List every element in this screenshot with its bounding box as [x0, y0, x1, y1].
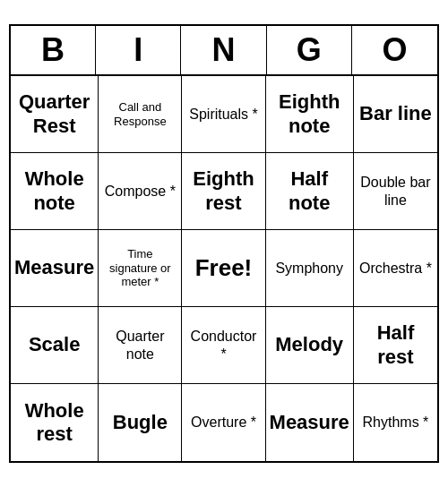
cell-text: Quarter note: [102, 328, 177, 362]
cell-text: Eighth note: [270, 90, 349, 138]
bingo-cell-23: Measure: [266, 384, 354, 461]
bingo-cell-4: Bar line: [354, 76, 437, 153]
cell-text: Quarter Rest: [14, 90, 94, 138]
cell-text: Compose *: [105, 183, 176, 200]
cell-text: Orchestra *: [359, 260, 432, 277]
bingo-cell-18: Melody: [266, 307, 354, 384]
bingo-cell-2: Spirituals *: [182, 76, 265, 153]
bingo-cell-22: Overture *: [182, 384, 265, 461]
header-letter: N: [181, 26, 266, 74]
bingo-cell-21: Bugle: [99, 384, 182, 461]
header-letter: G: [267, 26, 352, 74]
bingo-grid: Quarter RestCall and ResponseSpirituals …: [11, 76, 437, 461]
cell-text: Half rest: [358, 321, 434, 369]
bingo-cell-16: Quarter note: [99, 307, 182, 384]
cell-text: Spirituals *: [189, 106, 257, 123]
cell-text: Call and Response: [102, 100, 177, 128]
bingo-cell-19: Half rest: [354, 307, 437, 384]
cell-text: Overture *: [191, 414, 256, 431]
bingo-cell-6: Compose *: [99, 153, 182, 230]
bingo-card: BINGO Quarter RestCall and ResponseSpiri…: [9, 24, 439, 463]
bingo-cell-5: Whole note: [11, 153, 99, 230]
cell-text: Measure: [270, 411, 349, 434]
bingo-cell-13: Symphony: [266, 230, 354, 307]
bingo-cell-7: Eighth rest: [182, 153, 265, 230]
bingo-cell-12: Free!: [182, 230, 265, 307]
bingo-header: BINGO: [11, 26, 437, 76]
bingo-cell-10: Measure: [11, 230, 99, 307]
cell-text: Free!: [195, 254, 253, 282]
bingo-cell-3: Eighth note: [266, 76, 354, 153]
cell-text: Melody: [275, 333, 343, 356]
header-letter: O: [352, 26, 437, 74]
bingo-cell-14: Orchestra *: [354, 230, 437, 307]
bingo-cell-11: Time signature or meter *: [99, 230, 182, 307]
cell-text: Double bar line: [358, 174, 434, 208]
bingo-cell-0: Quarter Rest: [11, 76, 99, 153]
bingo-cell-8: Half note: [266, 153, 354, 230]
cell-text: Bar line: [359, 102, 432, 125]
bingo-cell-24: Rhythms *: [354, 384, 437, 461]
header-letter: B: [11, 26, 96, 74]
cell-text: Half note: [270, 167, 349, 215]
bingo-cell-15: Scale: [11, 307, 99, 384]
cell-text: Conductor *: [185, 328, 261, 362]
cell-text: Scale: [29, 333, 81, 356]
cell-text: Eighth rest: [185, 167, 261, 215]
bingo-cell-9: Double bar line: [354, 153, 437, 230]
cell-text: Symphony: [275, 260, 343, 277]
bingo-cell-20: Whole rest: [11, 384, 99, 461]
cell-text: Whole rest: [14, 399, 94, 447]
cell-text: Measure: [14, 256, 94, 279]
header-letter: I: [96, 26, 181, 74]
cell-text: Bugle: [113, 411, 168, 434]
bingo-cell-1: Call and Response: [99, 76, 182, 153]
cell-text: Time signature or meter *: [102, 247, 177, 289]
bingo-cell-17: Conductor *: [182, 307, 265, 384]
cell-text: Whole note: [14, 167, 94, 215]
cell-text: Rhythms *: [363, 414, 429, 431]
